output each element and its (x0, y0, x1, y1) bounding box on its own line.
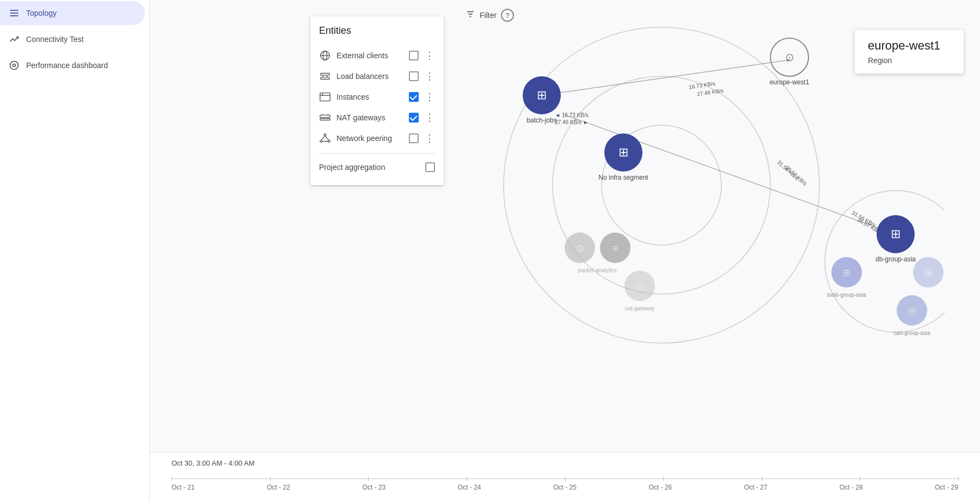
outer-ring (504, 27, 819, 343)
tick-5 (565, 476, 566, 481)
entity-row-external-clients: External clients ⋮ (319, 45, 435, 66)
instances-label: Instances (336, 93, 403, 101)
svg-point-3 (10, 62, 19, 70)
filter-label[interactable]: Filter (480, 11, 497, 20)
entity-row-nat-gateways: NAT gateways ⋮ (319, 107, 435, 128)
timeline-bar[interactable] (171, 478, 958, 479)
external-clients-label: External clients (336, 51, 403, 60)
project-aggregation-checkbox[interactable] (425, 162, 435, 172)
node-db-group-asia-label: db-group-asia (875, 255, 916, 263)
date-oct23: Oct - 23 (363, 484, 386, 491)
node-no-infra-label: No infra segment (598, 174, 648, 181)
node-batch-jobs-label: batch-jobs (526, 117, 556, 124)
tick-4 (467, 476, 467, 481)
tick-9 (958, 476, 959, 481)
svg-point-21 (328, 140, 330, 143)
nat-gateways-icon (319, 112, 331, 124)
svg-point-19 (324, 134, 326, 136)
instances-checkbox[interactable] (409, 92, 419, 102)
node-europe-label: europe-west1 (770, 78, 810, 86)
tick-8 (860, 476, 860, 481)
network-peering-more[interactable]: ⋮ (424, 133, 435, 144)
node-batch-jobs-icon: ⊞ (537, 88, 547, 102)
external-clients-icon (319, 50, 331, 62)
load-balancers-more[interactable]: ⋮ (424, 71, 435, 82)
tick-7 (762, 476, 762, 481)
svg-line-22 (321, 136, 325, 140)
region-name: europe-west1 (868, 39, 951, 53)
network-peering-icon (319, 132, 331, 144)
help-icon[interactable]: ? (501, 9, 514, 22)
entity-row-load-balancers: Load balancers ⋮ (319, 66, 435, 87)
tick-1 (171, 476, 172, 481)
entities-divider (319, 153, 435, 154)
sidebar-topology-label: Topology (26, 9, 57, 17)
date-oct26: Oct - 26 (648, 484, 672, 491)
date-oct28: Oct - 28 (840, 484, 863, 491)
sidebar-item-performance[interactable]: Performance dashboard (0, 53, 145, 77)
node-no-infra-icon: ⊞ (618, 145, 628, 159)
sidebar-item-topology[interactable]: Topology (0, 1, 145, 25)
region-tooltip: europe-west1 Region (855, 30, 964, 74)
main-content: Entities External clients ⋮ (150, 0, 980, 501)
node-asia-sub-1-label: tools-group-asia (827, 292, 866, 298)
performance-icon (9, 60, 20, 71)
nat-gateways-label: NAT gateways (336, 113, 403, 122)
external-clients-more[interactable]: ⋮ (424, 50, 435, 61)
external-clients-checkbox[interactable] (409, 51, 419, 60)
project-aggregation-label: Project aggregation (319, 163, 420, 172)
bw-label-2: 27.46 KB/s ► (555, 119, 589, 125)
entity-row-network-peering: Network peering ⋮ (319, 128, 435, 149)
bw-label-1: ◄ 16.73 KB/s (555, 112, 589, 118)
node-asia-sub-3-icon: ⊞ (908, 306, 916, 316)
timeline: Oct 30, 3:00 AM - 4:00 AM Oct - 21 Oct -… (150, 452, 980, 501)
filter-bar: Filter ? (465, 9, 514, 22)
hamburger-icon (9, 8, 20, 19)
node-faded-label-2: nat-gateway (625, 306, 654, 311)
load-balancers-checkbox[interactable] (409, 71, 419, 81)
date-oct27: Oct - 27 (744, 484, 768, 491)
load-balancers-label: Load balancers (336, 72, 403, 81)
node-faded-3-icon: ⊙ (636, 281, 644, 292)
nat-gateways-checkbox[interactable] (409, 113, 419, 123)
svg-rect-15 (320, 115, 330, 118)
svg-rect-8 (321, 74, 330, 76)
network-peering-checkbox[interactable] (409, 133, 419, 143)
filter-icon (465, 9, 475, 21)
nat-gateways-more[interactable]: ⋮ (424, 112, 435, 123)
date-oct22: Oct - 22 (267, 484, 290, 491)
node-db-group-asia-icon: ⊞ (891, 227, 901, 241)
timeline-range-label: Oct 30, 3:00 AM - 4:00 AM (171, 459, 958, 467)
instances-icon (319, 91, 331, 103)
connection-batch-europe (542, 60, 789, 95)
instances-more[interactable]: ⋮ (424, 91, 435, 102)
sidebar-performance-label: Performance dashboard (26, 61, 108, 70)
project-aggregation-row: Project aggregation (319, 158, 435, 176)
load-balancers-icon (319, 70, 331, 82)
sidebar: Topology Connectivity Test Performance d… (0, 0, 150, 501)
entities-panel: Entities External clients ⋮ (310, 16, 444, 185)
node-europe-icon: ⊙ (785, 51, 794, 63)
svg-rect-16 (320, 119, 330, 120)
tick-2 (270, 476, 271, 481)
tick-3 (368, 476, 369, 481)
svg-point-4 (13, 64, 16, 67)
node-asia-sub-3-label: cart-group-asia (893, 330, 930, 336)
node-faded-label-1: packet-analytics (578, 267, 617, 273)
date-oct29: Oct - 29 (935, 484, 958, 491)
sidebar-connectivity-label: Connectivity Test (26, 35, 84, 44)
svg-rect-9 (321, 77, 330, 80)
node-asia-sub-1-icon: ⊞ (843, 267, 851, 278)
region-type: Region (868, 56, 951, 65)
node-faded-1-icon: ⊙ (576, 243, 584, 254)
sidebar-item-connectivity[interactable]: Connectivity Test (0, 27, 145, 51)
entities-title: Entities (319, 25, 435, 36)
svg-rect-12 (320, 93, 330, 101)
date-oct24: Oct - 24 (458, 484, 481, 491)
bw-label-4: 27.46 KB/s (697, 88, 724, 97)
network-peering-label: Network peering (336, 134, 403, 143)
tick-6 (663, 476, 664, 481)
timeline-dates: Oct - 21 Oct - 22 Oct - 23 Oct - 24 Oct … (171, 484, 958, 491)
node-faded-2-icon: ≡ (612, 243, 618, 254)
date-oct21: Oct - 21 (171, 484, 195, 491)
